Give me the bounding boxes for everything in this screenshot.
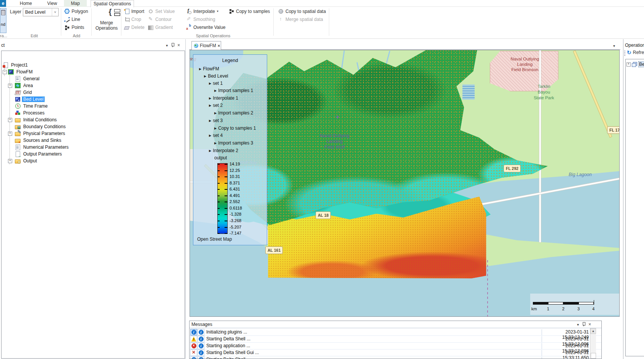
- tree-item-label: Numerical Parameters: [22, 145, 70, 150]
- legend-item-copy-to-samples-1[interactable]: ▶Copy to samples 1: [214, 125, 256, 131]
- merge-operations-button[interactable]: { Merge Operations: [94, 8, 119, 33]
- tab-map[interactable]: Map: [64, 0, 87, 7]
- tree-item-numerical-parameters[interactable]: Numerical Parameters: [15, 144, 70, 151]
- tree-item-sources-and-sinks[interactable]: Sources and Sinks: [15, 137, 62, 144]
- clipped-legend-button[interactable]: nd: [0, 8, 6, 33]
- expand-arrow-icon[interactable]: ▶: [199, 67, 201, 71]
- tree-item-physical-parameters[interactable]: Physical Parameters: [15, 130, 66, 137]
- line-button[interactable]: Line: [64, 16, 80, 23]
- add-group-label: Add: [63, 33, 90, 38]
- expand-arrow-icon[interactable]: ▶: [209, 82, 211, 85]
- expand-arrow-icon[interactable]: ▶: [209, 134, 211, 137]
- expand-arrow-icon[interactable]: ▶: [209, 149, 211, 152]
- expand-arrow-icon[interactable]: ▶: [214, 141, 217, 145]
- map-legend-overlay[interactable]: Legend ▶FlowFM▶Bed Level▶set 1▶Import sa…: [193, 54, 267, 245]
- legend-item-import-samples-2[interactable]: ▶Import samples 2: [214, 110, 253, 116]
- refresh-button[interactable]: ↻ Refresh: [627, 49, 644, 56]
- expand-arrow-icon[interactable]: ▶: [214, 111, 217, 115]
- legend-item-output[interactable]: output: [214, 155, 227, 160]
- polygon-button[interactable]: Polygon: [64, 8, 88, 15]
- copy-to-samples-button[interactable]: Copy to samples: [228, 8, 270, 15]
- tree-item-output-parameters[interactable]: Output Parameters: [15, 151, 63, 157]
- doc-icon: [15, 145, 21, 150]
- tree-item-label: FlowFM: [15, 69, 34, 75]
- operations-tree[interactable]: + Bed Level: [625, 59, 644, 356]
- legend-item-set-3[interactable]: ▶set 3: [209, 118, 223, 123]
- message-level-cell: [190, 356, 197, 359]
- legend-item-interpolate-2[interactable]: ▶Interpolate 2: [209, 148, 238, 153]
- close-icon[interactable]: ×: [588, 322, 591, 327]
- expander-minus-icon[interactable]: −: [3, 70, 7, 74]
- tree-item-flowfm[interactable]: FlowFM: [8, 68, 34, 75]
- file-tab[interactable]: e: [0, 0, 6, 7]
- tree-item-output[interactable]: Output: [15, 157, 38, 164]
- expand-arrow-icon[interactable]: ▶: [214, 127, 217, 130]
- overwrite-value-button[interactable]: Overwrite Value: [186, 24, 225, 31]
- legend-item-import-samples-1[interactable]: ▶Import samples 1: [214, 88, 253, 93]
- tree-item-grid[interactable]: Grid: [15, 89, 33, 96]
- expander-plus-icon[interactable]: +: [8, 132, 12, 136]
- scroll-thumb[interactable]: [591, 353, 596, 359]
- scroll-up-icon[interactable]: ▲: [590, 328, 596, 334]
- button-label: Delete: [131, 25, 145, 30]
- messages-scrollbar[interactable]: ▲: [590, 328, 596, 359]
- chevron-down-icon[interactable]: ▾: [166, 43, 168, 48]
- tab-view[interactable]: View: [43, 0, 62, 7]
- expander-plus-icon[interactable]: +: [8, 84, 12, 88]
- close-icon[interactable]: ×: [177, 43, 180, 48]
- document-tab-flowfm[interactable]: FlowFM ×: [191, 41, 221, 50]
- legend-item-set-1[interactable]: ▶set 1: [209, 81, 223, 86]
- legend-item-label: set 4: [213, 133, 223, 138]
- import-button[interactable]: Import: [124, 8, 144, 15]
- message-level-cell: [190, 349, 197, 356]
- legend-item-set-4[interactable]: ▶set 4: [209, 133, 223, 138]
- operations-tree-item[interactable]: + Bed Level: [626, 61, 644, 67]
- tree-item-time-frame[interactable]: Time Frame: [15, 103, 49, 110]
- legend-item-interpolate-1[interactable]: ▶Interpolate 1: [209, 95, 238, 101]
- message-row[interactable]: Initializing plugins ...2023-01-31 15:33…: [190, 329, 601, 336]
- colorbar-value: -1.328: [230, 212, 241, 216]
- legend-item-set-2[interactable]: ▶set 2: [209, 103, 223, 108]
- message-row[interactable]: Starting Delta Shell Gui ...2023-01-31 1…: [190, 349, 601, 356]
- legend-item-flowfm[interactable]: ▶FlowFM: [199, 66, 219, 71]
- close-icon[interactable]: ×: [218, 43, 220, 48]
- map-canvas[interactable]: al Outlyingandingd Bor Naval OutlyingLan…: [190, 50, 620, 317]
- chevron-down-icon[interactable]: ▾: [613, 44, 615, 48]
- message-row[interactable]: Starting Delta Shell ...2023-01-31 15:33…: [190, 335, 601, 343]
- tree-item-area[interactable]: Area: [15, 82, 34, 89]
- pin-icon[interactable]: [582, 322, 585, 327]
- message-row[interactable]: Starting Delta Shell ...: [190, 356, 601, 359]
- legend-item-import-samples-3[interactable]: ▶Import samples 3: [214, 140, 253, 146]
- chevron-down-icon[interactable]: ▾: [577, 322, 579, 327]
- expand-arrow-icon[interactable]: ▶: [204, 75, 206, 78]
- tree-item-label: Time Frame: [22, 103, 49, 109]
- copy-to-spatial-data-button[interactable]: Copy to spatial data: [278, 8, 326, 15]
- pin-icon[interactable]: [171, 43, 174, 48]
- expander-plus-icon[interactable]: +: [8, 118, 12, 122]
- message-info-cell: [198, 349, 204, 356]
- expand-arrow-icon[interactable]: ▶: [214, 89, 217, 92]
- expand-arrow-icon[interactable]: ▶: [209, 104, 211, 107]
- expand-arrow-icon[interactable]: ▶: [209, 119, 211, 122]
- legend-colorbar: [217, 163, 228, 234]
- interpolate-button[interactable]: Interpolate▾: [186, 8, 218, 15]
- expander-plus-icon[interactable]: +: [626, 62, 631, 67]
- tree-item-project1[interactable]: Project1: [3, 62, 29, 68]
- setvalue-icon: [148, 8, 154, 14]
- points-button[interactable]: Points: [64, 24, 84, 31]
- tab-home[interactable]: Home: [14, 0, 37, 7]
- colorbar-tick: [225, 195, 228, 196]
- tree-item-processes[interactable]: Processes: [15, 110, 46, 116]
- tab-spatial-operations[interactable]: Spatial Operations: [91, 0, 134, 7]
- tree-item-bed-level[interactable]: Bed Level: [15, 96, 45, 103]
- layer-dropdown[interactable]: Bed Level ˅: [23, 8, 59, 16]
- message-row[interactable]: Starting application ...2023-01-31 15:33…: [190, 342, 601, 349]
- scalebar-tick-label: 4: [592, 307, 595, 311]
- expand-arrow-icon[interactable]: ▶: [209, 97, 211, 100]
- tree-item-general[interactable]: General: [15, 75, 41, 82]
- tree-item-boundary-conditions[interactable]: Boundary Conditions: [15, 123, 67, 130]
- expander-plus-icon[interactable]: +: [8, 159, 12, 163]
- project-tree[interactable]: Project1−FlowFMGeneral+AreaGridBed Level…: [1, 51, 185, 359]
- legend-item-bed-level[interactable]: ▶Bed Level: [204, 73, 228, 79]
- tree-item-initial-conditions[interactable]: Initial Conditions: [15, 116, 58, 123]
